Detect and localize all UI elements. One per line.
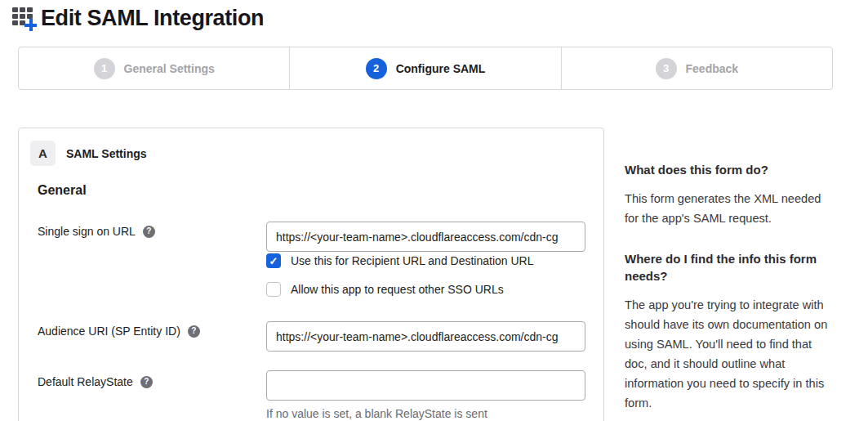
section-title: SAML Settings xyxy=(66,147,147,160)
other-sso-checkbox[interactable]: ✓ xyxy=(266,282,281,297)
help-heading-find-info: Where do I find the info this form needs… xyxy=(625,250,831,284)
relay-state-label: Default RelayState ? xyxy=(38,375,153,388)
check-icon: ✓ xyxy=(269,256,278,266)
help-sidebar: What does this form do? This form genera… xyxy=(625,161,831,421)
sso-url-label: Single sign on URL ? xyxy=(38,225,155,238)
relay-state-input[interactable] xyxy=(266,370,585,401)
plus-icon xyxy=(24,19,37,31)
step-number-badge: 3 xyxy=(656,58,677,79)
recipient-url-checkbox-row: ✓ Use this for Recipient URL and Destina… xyxy=(266,253,534,268)
section-badge: A xyxy=(30,141,56,166)
step-number-badge: 2 xyxy=(366,58,387,79)
help-icon[interactable]: ? xyxy=(143,226,155,238)
relay-state-hint: If no value is set, a blank RelayState i… xyxy=(266,407,487,420)
help-body-find-info: The app you're trying to integrate with … xyxy=(625,295,831,413)
wizard-step-configure-saml[interactable]: 2 Configure SAML xyxy=(290,47,561,89)
page-title: Edit SAML Integration xyxy=(41,3,264,33)
other-sso-checkbox-label[interactable]: Allow this app to request other SSO URLs xyxy=(291,283,504,296)
help-icon[interactable]: ? xyxy=(188,325,200,338)
help-icon[interactable]: ? xyxy=(140,376,153,388)
step-number-badge: 1 xyxy=(94,58,115,79)
other-sso-checkbox-row: ✓ Allow this app to request other SSO UR… xyxy=(266,282,504,297)
help-heading-form-purpose: What does this form do? xyxy=(625,161,831,178)
audience-uri-input[interactable] xyxy=(266,321,585,352)
help-body-form-purpose: This form generates the XML needed for t… xyxy=(625,189,831,228)
wizard-step-general-settings[interactable]: 1 General Settings xyxy=(19,47,290,89)
group-heading: General xyxy=(38,183,87,198)
wizard-stepper: 1 General Settings 2 Configure SAML 3 Fe… xyxy=(18,47,833,90)
audience-uri-label: Audience URI (SP Entity ID) ? xyxy=(38,325,200,338)
saml-settings-panel: A SAML Settings General Single sign on U… xyxy=(18,128,604,421)
page-header: Edit SAML Integration xyxy=(11,3,264,33)
recipient-url-checkbox[interactable]: ✓ xyxy=(266,253,281,268)
step-label: General Settings xyxy=(124,62,215,75)
sso-url-input[interactable] xyxy=(266,222,585,252)
step-label: Configure SAML xyxy=(396,62,486,75)
step-label: Feedback xyxy=(686,62,739,75)
recipient-url-checkbox-label[interactable]: Use this for Recipient URL and Destinati… xyxy=(291,254,534,267)
wizard-step-feedback[interactable]: 3 Feedback xyxy=(562,47,832,89)
app-grid-plus-icon xyxy=(11,4,38,32)
